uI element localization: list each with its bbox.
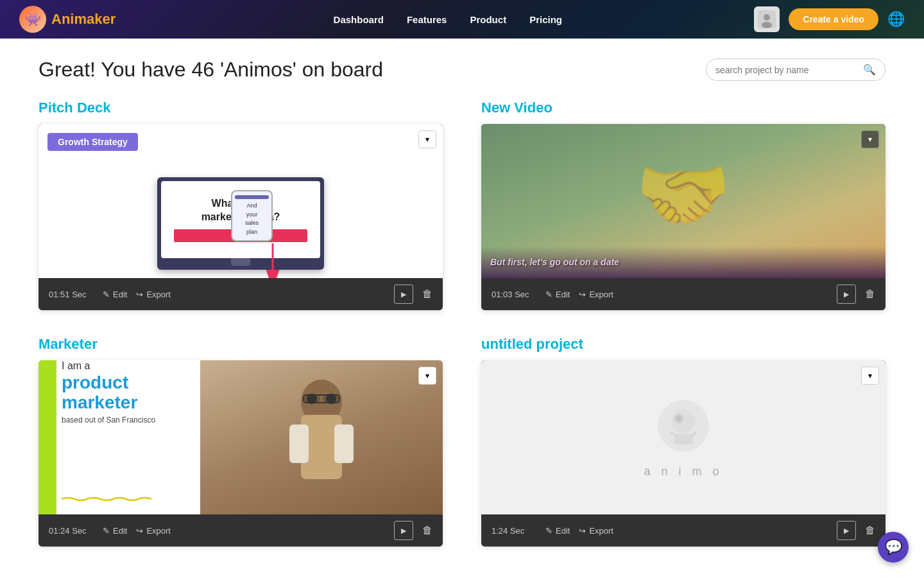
marketer-delete-button[interactable]: 🗑 [422, 525, 432, 536]
marketer-edit-button[interactable]: Edit [103, 526, 127, 536]
marketer-menu-button[interactable] [418, 367, 436, 385]
project-card-pitch-deck: Growth Strategy What's yourmarketing ide… [38, 124, 443, 310]
trash-icon: 🗑 [422, 525, 432, 536]
new-video-menu-button[interactable] [861, 130, 879, 148]
pitch-phone: Andyoursalesplan [231, 190, 273, 241]
untitled-delete-button[interactable]: 🗑 [865, 525, 875, 536]
svg-rect-19 [674, 434, 693, 444]
marketer-photo [200, 360, 443, 514]
monitor-stand [231, 258, 250, 266]
new-video-thumbnail[interactable]: 🤝 But first, let's go out on a date [481, 124, 886, 278]
marketer-i-am-text: I am a [62, 360, 155, 372]
chat-widget-button[interactable]: 💬 [878, 532, 909, 563]
untitled-export-button[interactable]: Export [579, 526, 613, 536]
marketer-photo-area [200, 360, 443, 514]
project-title-pitch-deck: Pitch Deck [38, 100, 443, 116]
create-video-button[interactable]: Create a video [789, 8, 878, 30]
play-icon [401, 290, 406, 299]
nav-links: Dashboard Features Product Pricing [141, 14, 754, 25]
main-content: Great! You have 46 'Animos' on board 🔍 P… [0, 39, 924, 578]
pitch-deck-play-button[interactable] [394, 285, 413, 304]
page-heading: Great! You have 46 'Animos' on board [38, 58, 383, 82]
project-untitled: untitled project [481, 336, 886, 547]
trash-icon: 🗑 [422, 288, 432, 299]
animo-text: a n i m o [644, 465, 723, 478]
edit-icon [545, 290, 552, 299]
nav-product[interactable]: Product [470, 14, 506, 25]
play-icon [844, 527, 849, 535]
edit-icon [103, 526, 110, 536]
trash-icon: 🗑 [865, 288, 875, 299]
project-pitch-deck: Pitch Deck Growth Strategy What's yourma… [38, 100, 443, 310]
nav-features[interactable]: Features [407, 14, 447, 25]
svg-point-17 [677, 417, 681, 421]
chevron-down-icon [868, 135, 872, 144]
play-icon [401, 527, 406, 535]
new-video-duration: 01:03 Sec [492, 290, 536, 299]
svg-point-18 [683, 416, 696, 426]
marketer-thumbnail[interactable]: I am a product marketer based out of San… [38, 360, 443, 514]
wavy-underline-icon [62, 496, 304, 502]
marketer-export-button[interactable]: Export [136, 526, 171, 536]
search-box: 🔍 [706, 58, 886, 81]
search-icon: 🔍 [863, 64, 876, 76]
new-video-export-button[interactable]: Export [579, 290, 613, 299]
pitch-deck-edit-button[interactable]: Edit [103, 290, 127, 299]
marketer-marketer-text: marketer [62, 393, 155, 413]
edit-icon [545, 526, 552, 536]
pitch-deck-export-button[interactable]: Export [136, 290, 171, 299]
project-title-untitled: untitled project [481, 336, 886, 353]
logo-area[interactable]: 👾 Animaker [19, 6, 116, 33]
header-row: Great! You have 46 'Animos' on board 🔍 [38, 58, 886, 82]
search-input[interactable] [715, 65, 858, 75]
chevron-down-icon [425, 135, 429, 144]
globe-icon[interactable]: 🌐 [887, 11, 905, 28]
pitch-deck-duration: 01:51 Sec [49, 290, 94, 299]
svg-rect-13 [334, 425, 354, 463]
untitled-play-button[interactable] [837, 521, 856, 540]
marketer-play-button[interactable] [394, 521, 413, 540]
project-card-new-video: 🤝 But first, let's go out on a date 01:0… [481, 124, 886, 310]
project-new-video: New Video 🤝 But first, let's go out on a… [481, 100, 886, 310]
avatar-icon [758, 10, 776, 28]
project-title-marketer: Marketer [38, 336, 443, 353]
svg-point-2 [762, 22, 772, 28]
marketer-green-bar [38, 360, 56, 514]
svg-point-1 [764, 14, 770, 21]
pitch-deck-thumbnail[interactable]: Growth Strategy What's yourmarketing ide… [38, 124, 443, 278]
logo-icon: 👾 [19, 6, 46, 33]
untitled-duration: 1:24 Sec [492, 526, 536, 536]
nav-pricing[interactable]: Pricing [529, 14, 562, 25]
logo-text: Animaker [51, 11, 116, 28]
chat-icon: 💬 [885, 539, 902, 556]
svg-rect-12 [289, 425, 309, 463]
new-video-overlay: But first, let's go out on a date [481, 246, 886, 278]
export-icon [136, 526, 143, 536]
pitch-deck-menu-button[interactable] [418, 130, 436, 148]
new-video-play-button[interactable] [837, 285, 856, 304]
new-video-delete-button[interactable]: 🗑 [865, 288, 875, 300]
project-card-marketer: I am a product marketer based out of San… [38, 360, 443, 547]
export-icon [579, 526, 586, 536]
avatar-button[interactable] [754, 6, 780, 32]
play-icon [844, 290, 849, 299]
untitled-edit-button[interactable]: Edit [545, 526, 570, 536]
marketer-sub-text: based out of San Francisco [62, 416, 155, 425]
export-icon [579, 290, 586, 299]
new-video-bottom-bar: 01:03 Sec Edit Export 🗑 [481, 278, 886, 310]
project-card-untitled: a n i m o 1:24 Sec Edit Export [481, 360, 886, 547]
marketer-duration: 01:24 Sec [49, 526, 94, 536]
edit-icon [103, 290, 110, 299]
pitch-deck-label: Growth Strategy [47, 133, 138, 151]
untitled-thumbnail[interactable]: a n i m o [481, 360, 886, 514]
trash-icon: 🗑 [865, 525, 875, 536]
new-video-caption: But first, let's go out on a date [490, 257, 619, 267]
untitled-bottom-bar: 1:24 Sec Edit Export 🗑 [481, 514, 886, 547]
untitled-menu-button[interactable] [861, 367, 879, 385]
export-icon [136, 290, 143, 299]
pitch-deck-delete-button[interactable]: 🗑 [422, 288, 432, 300]
new-video-edit-button[interactable]: Edit [545, 290, 570, 299]
project-marketer: Marketer I am a product marketer based o… [38, 336, 443, 547]
marketer-product-text: product [62, 373, 155, 393]
nav-dashboard[interactable]: Dashboard [334, 14, 384, 25]
